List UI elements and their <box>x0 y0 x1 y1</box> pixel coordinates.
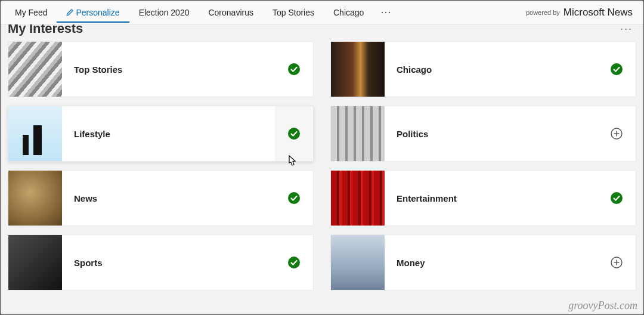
svg-point-8 <box>288 257 300 268</box>
svg-point-1 <box>611 63 623 75</box>
check-icon <box>288 63 300 75</box>
plus-icon <box>611 128 623 140</box>
svg-point-0 <box>288 63 300 75</box>
nav-more-icon[interactable]: ··· <box>373 6 398 18</box>
thumbnail <box>331 42 385 97</box>
card-label: News <box>62 171 275 226</box>
card-chicago[interactable]: Chicago <box>330 41 636 97</box>
toggle-interest-button[interactable] <box>597 106 636 161</box>
nav-personalize[interactable]: Personalize <box>57 2 129 23</box>
section-more-icon[interactable]: ··· <box>620 24 636 35</box>
interests-grid: Top Stories Chicago Lifestyle Politics <box>1 41 643 298</box>
plus-icon <box>611 257 623 268</box>
card-label: Chicago <box>385 42 597 97</box>
top-nav: My Feed Personalize Election 2020 Corona… <box>1 1 643 24</box>
nav-chicago[interactable]: Chicago <box>324 2 373 22</box>
toggle-interest-button[interactable] <box>275 171 313 226</box>
card-label: Sports <box>62 235 275 290</box>
nav-election-2020[interactable]: Election 2020 <box>129 2 199 22</box>
toggle-interest-button[interactable] <box>597 171 636 226</box>
card-top-stories[interactable]: Top Stories <box>8 41 314 97</box>
thumbnail <box>331 106 385 161</box>
toggle-interest-button[interactable] <box>275 106 313 161</box>
card-label: Lifestyle <box>62 106 275 161</box>
toggle-interest-button[interactable] <box>597 235 636 290</box>
toggle-interest-button[interactable] <box>597 42 636 97</box>
card-label: Politics <box>385 106 597 161</box>
thumbnail <box>331 235 385 290</box>
pencil-icon <box>66 8 73 18</box>
svg-point-6 <box>288 192 300 204</box>
check-icon <box>288 257 300 268</box>
toggle-interest-button[interactable] <box>275 235 313 290</box>
thumbnail <box>8 42 62 97</box>
svg-point-2 <box>288 128 300 140</box>
thumbnail <box>331 171 385 226</box>
check-icon <box>288 192 300 204</box>
card-money[interactable]: Money <box>330 234 636 291</box>
card-lifestyle[interactable]: Lifestyle <box>8 106 314 162</box>
thumbnail <box>8 235 62 290</box>
card-news[interactable]: News <box>8 170 314 226</box>
content-area: My Interests ··· Top Stories Chicago Lif… <box>1 24 643 314</box>
nav-my-feed[interactable]: My Feed <box>5 2 57 22</box>
card-label: Entertainment <box>385 171 597 226</box>
nav-coronavirus[interactable]: Coronavirus <box>199 2 262 22</box>
powered-by-label: powered by <box>526 9 564 16</box>
svg-point-7 <box>611 192 623 204</box>
check-icon <box>288 128 300 140</box>
toggle-interest-button[interactable] <box>275 42 313 97</box>
brand-name: Microsoft News <box>564 7 639 18</box>
thumbnail <box>8 106 62 161</box>
thumbnail <box>8 171 62 226</box>
check-icon <box>611 192 623 204</box>
page-title: My Interests <box>8 24 620 36</box>
card-label: Money <box>385 235 597 290</box>
card-label: Top Stories <box>62 42 275 97</box>
nav-top-stories[interactable]: Top Stories <box>263 2 324 22</box>
card-sports[interactable]: Sports <box>8 234 314 291</box>
card-politics[interactable]: Politics <box>330 106 636 162</box>
watermark: groovyPost.com <box>568 299 637 312</box>
check-icon <box>611 63 623 75</box>
nav-personalize-label: Personalize <box>76 8 119 17</box>
card-entertainment[interactable]: Entertainment <box>330 170 636 226</box>
